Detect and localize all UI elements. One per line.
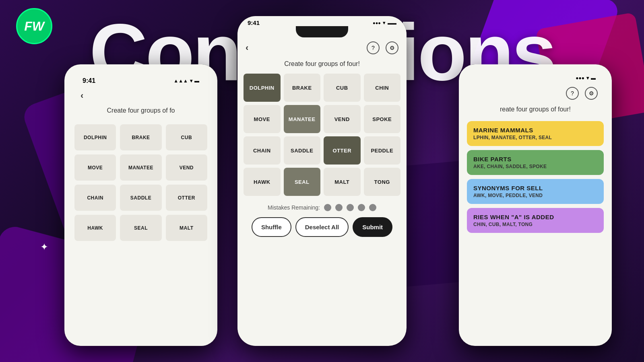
notch [296,26,348,37]
mistake-dot-2 [335,204,343,211]
tile-cub-left[interactable]: CUB [166,124,207,150]
nav-bar-left: ‹ [72,86,209,105]
help-button-right[interactable]: ? [566,87,579,100]
cries-title: RIES WHEN "A" IS ADDED [473,214,597,220]
tile-malt[interactable]: MALT [324,168,361,196]
time-center: 9:41 [248,19,260,26]
tile-tong[interactable]: TONG [364,168,401,196]
left-grid: DOLPHIN BRAKE CUB MOVE MANATEE VEND CHAI… [72,120,209,245]
help-button[interactable]: ? [367,41,380,54]
status-icons-right: ●●● ▾ ▬ [576,75,596,81]
tile-manatee-left[interactable]: MANATEE [120,154,161,181]
tile-move-left[interactable]: MOVE [74,154,116,181]
tile-otter-left[interactable]: OTTER [166,185,207,211]
mistake-dot-4 [358,204,365,211]
subtitle-center: Create four groups of four! [237,58,407,74]
tile-manatee[interactable]: MANATEE [284,105,321,133]
tile-spoke[interactable]: SPOKE [364,105,401,133]
status-bar-right: ●●● ▾ ▬ [465,70,606,83]
battery-icon-center: ▬▬ [388,21,396,25]
center-phone: 9:41 ●●● ▾ ▬▬ ‹ ? ⚙ Create four groups o… [237,16,407,346]
wifi-icon: ▾ [190,78,192,84]
synonyms-words: AWK, MOVE, PEDDLE, VEND [473,193,597,198]
battery-icon: ▬ [194,78,199,84]
mistake-dot-1 [324,204,331,211]
mistakes-row: Mistakes Remaining: [237,196,407,217]
subtitle-right: reate four groups of four! [465,104,606,119]
back-button-center[interactable]: ‹ [246,43,248,53]
tile-chin[interactable]: CHIN [364,74,401,102]
answers-container: MARINE MAMMALS LPHIN, MANATEE, OTTER, SE… [465,119,606,239]
bike-title: BIKE PARTS [473,156,597,162]
tile-brake-left[interactable]: BRAKE [120,124,161,150]
tile-peddle[interactable]: PEDDLE [364,136,401,165]
mistake-dot-5 [369,204,376,211]
mistake-dot-3 [347,204,354,211]
signal-icon-center: ●●● [373,21,381,25]
settings-button[interactable]: ⚙ [386,41,398,54]
action-buttons: Shuffle Deselect All Submit [237,217,407,237]
tile-cub[interactable]: CUB [324,74,361,102]
answer-card-synonyms: SYNONYMS FOR SELL AWK, MOVE, PEDDLE, VEN… [467,179,604,204]
tile-seal[interactable]: SEAL [284,168,321,196]
nav-bar-center: ‹ ? ⚙ [237,37,407,58]
tile-saddle[interactable]: SADDLE [284,136,321,165]
tile-move[interactable]: MOVE [244,105,281,133]
wifi-icon-right: ▾ [586,75,589,81]
tile-seal-left[interactable]: SEAL [120,215,161,241]
tile-hawk[interactable]: HAWK [244,168,281,196]
synonyms-title: SYNONYMS FOR SELL [473,185,597,191]
tile-saddle-left[interactable]: SADDLE [120,185,161,211]
tile-vend[interactable]: VEND [324,105,361,133]
right-phone: ●●● ▾ ▬ ? ⚙ reate four groups of four! M… [459,64,612,346]
subtitle-left: Create four groups of fo [72,105,209,120]
submit-button[interactable]: Submit [353,217,392,237]
tile-chain[interactable]: CHAIN [244,136,281,165]
tile-brake[interactable]: BRAKE [284,74,321,102]
cries-words: CHIN, CUB, MALT, TONG [473,222,597,227]
marine-words: LPHIN, MANATEE, OTTER, SEAL [473,135,597,140]
tile-vend-left[interactable]: VEND [166,154,207,181]
mistakes-label: Mistakes Remaining: [268,204,320,211]
signal-icon: ▲▲▲ [173,78,188,84]
time-left: 9:41 [83,77,95,84]
battery-icon-right: ▬ [591,75,596,81]
answer-card-cries: RIES WHEN "A" IS ADDED CHIN, CUB, MALT, … [467,208,604,233]
back-button-left[interactable]: ‹ [80,90,83,101]
answer-card-marine: MARINE MAMMALS LPHIN, MANATEE, OTTER, SE… [467,121,604,146]
game-grid: DOLPHIN BRAKE CUB CHIN MOVE MANATEE VEND… [237,74,407,196]
fw-logo: FW [16,8,52,44]
shuffle-button[interactable]: Shuffle [252,217,291,237]
status-icons-center: ●●● ▾ ▬▬ [373,20,396,26]
status-bar-left: 9:41 ▲▲▲ ▾ ▬ [72,72,209,86]
bike-words: AKE, CHAIN, SADDLE, SPOKE [473,164,597,169]
nav-icons-center: ? ⚙ [367,41,398,54]
tile-malt-left[interactable]: MALT [166,215,207,241]
tile-chain-left[interactable]: CHAIN [74,185,116,211]
nav-bar-right: ? ⚙ [465,83,606,104]
deselect-button[interactable]: Deselect All [295,217,349,237]
tile-dolphin[interactable]: DOLPHIN [244,74,281,102]
sparkle-icon: ✦ [40,241,48,253]
marine-title: MARINE MAMMALS [473,127,597,134]
settings-button-right[interactable]: ⚙ [585,87,598,100]
signal-icon-right: ●●● [576,75,584,81]
status-icons-left: ▲▲▲ ▾ ▬ [173,78,199,84]
answer-card-bike: BIKE PARTS AKE, CHAIN, SADDLE, SPOKE [467,150,604,175]
tile-otter[interactable]: OTTER [324,136,361,165]
left-phone: 9:41 ▲▲▲ ▾ ▬ ‹ Create four groups of fo … [64,64,217,346]
tile-dolphin-left[interactable]: DOLPHIN [74,124,116,150]
wifi-icon-center: ▾ [383,20,386,26]
tile-hawk-left[interactable]: HAWK [74,215,116,241]
